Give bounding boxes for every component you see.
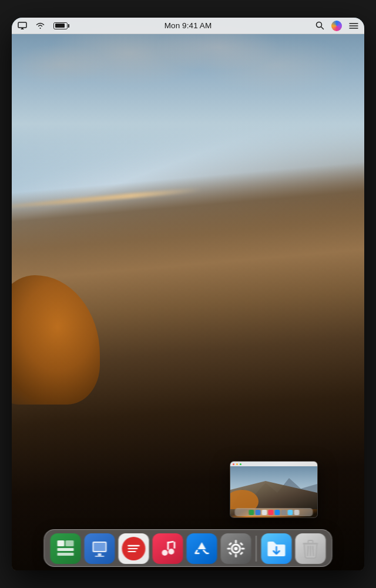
screen: Mon 9:41 AM [12, 18, 364, 570]
menu-bar-left [18, 22, 68, 30]
svg-line-5 [321, 27, 324, 29]
control-center-icon[interactable] [349, 22, 358, 29]
svg-rect-36 [240, 542, 243, 546]
svg-rect-20 [95, 556, 105, 557]
dock-icon-downloads[interactable] [261, 533, 292, 564]
th-max-dot [240, 463, 241, 465]
th-dock-music [268, 510, 273, 515]
svg-rect-35 [229, 542, 232, 546]
svg-rect-27 [174, 542, 176, 549]
dock-icon-music[interactable] [153, 533, 183, 564]
dock-icon-keynote[interactable] [85, 533, 115, 564]
svg-rect-13 [58, 540, 65, 546]
mac-frame: Mon 9:41 AM [12, 18, 364, 570]
th-dock-trash [294, 510, 299, 515]
menu-bar-time: Mon 9:41 AM [164, 21, 212, 30]
svg-point-30 [234, 547, 238, 550]
dock-icon-news[interactable] [119, 533, 149, 564]
th-dock-sysprefs [281, 510, 286, 515]
svg-rect-14 [58, 548, 74, 551]
svg-rect-32 [235, 554, 237, 557]
th-dock-appstore [274, 510, 280, 515]
dock-separator [256, 536, 257, 562]
svg-rect-16 [66, 540, 74, 546]
menu-bar-right [315, 21, 358, 31]
dock-icon-trash[interactable] [296, 533, 326, 564]
thumbnail-inner [230, 462, 317, 517]
svg-rect-2 [18, 22, 26, 28]
svg-rect-37 [229, 552, 232, 555]
dock [44, 529, 333, 567]
th-dock-downloads [287, 510, 293, 515]
svg-rect-19 [98, 553, 102, 556]
battery-icon[interactable] [53, 22, 68, 29]
svg-rect-43 [303, 543, 318, 544]
svg-line-42 [313, 546, 314, 556]
svg-rect-38 [240, 552, 243, 555]
th-close-dot [233, 463, 234, 465]
svg-rect-33 [227, 548, 231, 550]
thumbnail-window[interactable] [230, 462, 317, 517]
svg-rect-15 [58, 553, 74, 556]
menu-bar: Mon 9:41 AM [12, 18, 364, 34]
svg-rect-18 [94, 543, 106, 551]
svg-rect-34 [241, 548, 245, 550]
th-min-dot [236, 463, 238, 465]
spotlight-icon[interactable] [315, 21, 324, 30]
siri-icon[interactable] [331, 21, 342, 31]
wifi-icon[interactable] [35, 22, 45, 29]
thumbnail-dock [234, 508, 313, 516]
dock-icon-sysprefs[interactable] [221, 533, 251, 564]
svg-point-24 [162, 550, 168, 556]
dock-icon-numbers[interactable] [51, 533, 81, 564]
th-dock-keynote [255, 510, 260, 515]
svg-point-25 [169, 549, 174, 554]
airplay-icon[interactable] [18, 22, 27, 30]
svg-rect-31 [235, 540, 237, 543]
dock-icon-appstore[interactable] [187, 533, 217, 564]
th-dock-numbers [249, 510, 254, 515]
svg-line-40 [308, 546, 308, 556]
th-dock-news [261, 510, 267, 515]
thumbnail-menubar [230, 462, 317, 466]
